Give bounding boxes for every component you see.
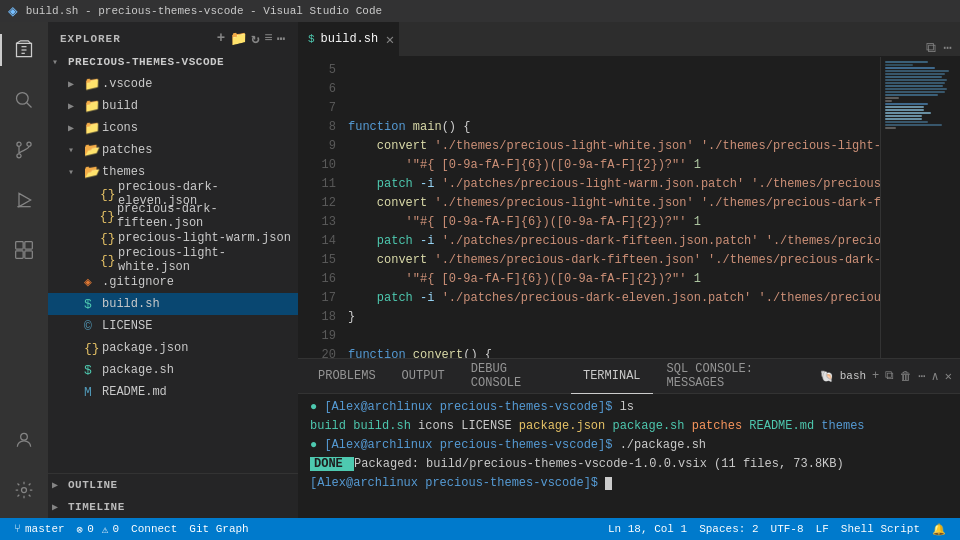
settings-activity-icon[interactable] [0,466,48,514]
file-tree: ▾ PRECIOUS-THEMES-VSCODE ▶ 📁 .vscode ▶ 📁… [48,51,298,473]
sidebar-item-vscode[interactable]: ▶ 📁 .vscode [48,73,298,95]
svg-rect-10 [16,242,24,250]
terminal-line-5-empty: [Alex@archlinux precious-themes-vscode]$ [310,474,948,493]
more-icon[interactable]: ⋯ [277,30,286,47]
dark-fifteen-label: precious-dark-fifteen.json [117,202,298,230]
packagejson-file-icon: {} [84,341,102,356]
account-activity-icon[interactable] [0,416,48,464]
line-numbers: 5 6 7 8 9 10 11 12 13 14 15 16 17 18 19 … [298,57,344,358]
packagesh-label: package.sh [102,363,174,377]
sidebar-item-dark-fifteen[interactable]: {} precious-dark-fifteen.json [48,205,298,227]
terminal-expand-icon[interactable]: ∧ [932,369,939,384]
tab-output[interactable]: OUTPUT [390,359,457,394]
timeline-section[interactable]: ▶ TIMELINE [48,496,298,518]
terminal-body[interactable]: ● [Alex@archlinux precious-themes-vscode… [298,394,960,518]
icons-arrow: ▶ [68,122,84,134]
patches-arrow: ▾ [68,144,84,156]
license-label: LICENSE [102,319,152,333]
new-file-icon[interactable]: + [217,30,226,47]
outline-arrow: ▶ [52,479,68,491]
terminal-line-1: ● [Alex@archlinux precious-themes-vscode… [310,398,948,417]
status-position[interactable]: Ln 18, Col 1 [602,523,693,535]
search-activity-icon[interactable] [0,76,48,124]
sidebar-header-icons: + 📁 ↻ ≡ ⋯ [217,30,286,47]
run-activity-icon[interactable] [0,176,48,224]
terminal-add-icon[interactable]: + [872,369,879,383]
line-ending-label: LF [816,523,829,535]
sidebar-item-license[interactable]: © LICENSE [48,315,298,337]
svg-point-14 [21,433,28,440]
buildsh-file-icon: $ [84,297,102,312]
status-spaces[interactable]: Spaces: 2 [693,523,764,535]
sidebar-item-gitignore[interactable]: ◈ .gitignore [48,271,298,293]
terminal-close-icon[interactable]: ✕ [945,369,952,384]
terminal-more-icon[interactable]: ⋯ [918,369,925,384]
sidebar-item-packagejson[interactable]: {} package.json [48,337,298,359]
sidebar-item-build[interactable]: ▶ 📁 build [48,95,298,117]
packagesh-file-icon: $ [84,363,102,378]
svg-rect-13 [25,251,33,259]
root-arrow: ▾ [52,56,68,68]
position-label: Ln 18, Col 1 [608,523,687,535]
status-language[interactable]: Shell Script [835,523,926,535]
connect-label: Connect [131,523,177,535]
branch-icon: ⑂ [14,523,21,535]
status-bar: ⑂ master ⊗ 0 ⚠ 0 Connect Git Graph Ln 18… [0,518,960,540]
light-warm-label: precious-light-warm.json [118,231,291,245]
sidebar: EXPLORER + 📁 ↻ ≡ ⋯ ▾ PRECIOUS-THEMES-VSC… [48,22,298,518]
done-text: Packaged: build/precious-themes-vscode-1… [354,457,844,471]
collapse-icon[interactable]: ≡ [264,30,273,47]
sidebar-item-patches[interactable]: ▾ 📂 patches [48,139,298,161]
tab-terminal[interactable]: TERMINAL [571,359,653,394]
sidebar-item-readme[interactable]: M README.md [48,381,298,403]
extensions-activity-icon[interactable] [0,226,48,274]
patches-label: patches [102,143,152,157]
gitignore-file-icon: ◈ [84,274,102,290]
bell-icon: 🔔 [932,523,946,536]
terminal-trash-icon[interactable]: 🗑 [900,369,912,384]
status-connect[interactable]: Connect [125,518,183,540]
sidebar-item-buildsh[interactable]: $ build.sh [48,293,298,315]
status-branch[interactable]: ⑂ master [8,518,71,540]
status-errors[interactable]: ⊗ 0 ⚠ 0 [71,518,125,540]
vscode-label: .vscode [102,77,152,91]
new-folder-icon[interactable]: 📁 [230,30,248,47]
tab-debug-console[interactable]: DEBUG CONSOLE [459,359,569,394]
build-folder-icon: 📁 [84,98,102,114]
tab-buildsh[interactable]: $ build.sh ✕ [298,22,399,56]
license-file-icon: © [84,319,102,334]
editor-area: $ build.sh ✕ ⧉ ⋯ 5 6 7 8 9 10 11 12 13 [298,22,960,518]
status-right: Ln 18, Col 1 Spaces: 2 UTF-8 LF Shell Sc… [602,523,952,536]
packagejson-label: package.json [102,341,188,355]
build-arrow: ▶ [68,100,84,112]
themes-folder-icon: 📂 [84,164,102,180]
status-encoding[interactable]: UTF-8 [765,523,810,535]
refresh-icon[interactable]: ↻ [251,30,260,47]
sidebar-item-light-white[interactable]: {} precious-light-white.json [48,249,298,271]
files-activity-icon[interactable] [0,26,48,74]
sidebar-item-icons[interactable]: ▶ 📁 icons [48,117,298,139]
outline-section[interactable]: ▶ OUTLINE [48,474,298,496]
terminal-split-icon[interactable]: ⧉ [885,369,894,383]
status-line-ending[interactable]: LF [810,523,835,535]
error-count: 0 [87,523,94,535]
tab-sql-console[interactable]: SQL CONSOLE: MESSAGES [655,359,818,394]
svg-point-7 [17,154,21,158]
svg-point-5 [17,142,21,146]
status-bell[interactable]: 🔔 [926,523,952,536]
vscode-folder-icon: 📁 [84,76,102,92]
code-editor[interactable]: function main() { convert './themes/prec… [344,57,880,358]
tab-problems[interactable]: PROBLEMS [306,359,388,394]
more-editor-icon[interactable]: ⋯ [944,39,952,56]
sidebar-item-packagesh[interactable]: $ package.sh [48,359,298,381]
source-control-activity-icon[interactable] [0,126,48,174]
prompt-2: ● [310,438,317,452]
tab-bar: $ build.sh ✕ ⧉ ⋯ [298,22,960,57]
tree-root[interactable]: ▾ PRECIOUS-THEMES-VSCODE [48,51,298,73]
split-editor-icon[interactable]: ⧉ [926,40,936,56]
tab-buildsh-icon: $ [308,33,315,45]
root-label: PRECIOUS-THEMES-VSCODE [68,56,224,68]
tab-buildsh-close[interactable]: ✕ [386,31,394,48]
status-git-graph[interactable]: Git Graph [183,518,254,540]
timeline-arrow: ▶ [52,501,68,513]
